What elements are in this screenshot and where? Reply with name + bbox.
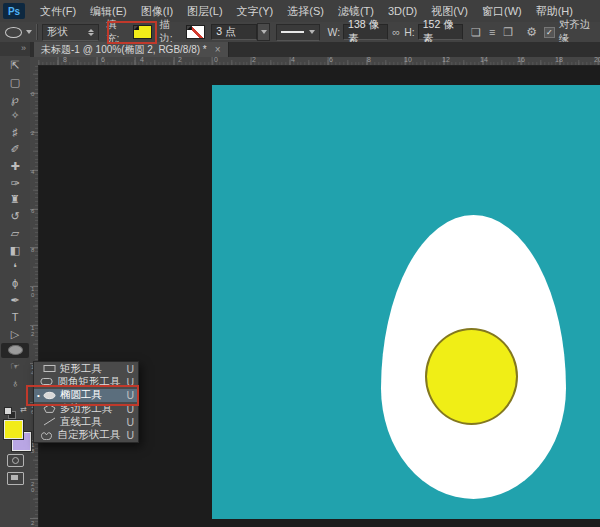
egg-yolk-ellipse-shape	[425, 328, 518, 425]
crop-tool[interactable]: ♯	[0, 124, 30, 141]
shape-tools-flyout-menu: 矩形工具 U 圆角矩形工具 U • 椭圆工具 U 多边形工具 U 直线工具 U	[33, 361, 139, 443]
path-alignment-icon[interactable]: ≡	[489, 26, 495, 38]
menu-item[interactable]: 文件(F)	[33, 0, 83, 22]
pen-tool[interactable]: ✒	[0, 292, 30, 309]
tool-preset-button[interactable]	[5, 27, 32, 38]
stroke-width-field[interactable]: 3 点	[211, 24, 256, 40]
lasso-tool[interactable]: ℘	[0, 91, 30, 108]
ruler-label: 18	[31, 443, 36, 454]
quick-selection-tool[interactable]: ✧	[0, 107, 30, 124]
eraser-tool[interactable]: ▱	[0, 225, 30, 242]
move-tool[interactable]: ⇱	[0, 57, 30, 74]
gear-icon[interactable]: ⚙	[526, 25, 537, 39]
menu-item[interactable]: 图层(L)	[180, 0, 229, 22]
fill-color-swatch[interactable]	[133, 25, 153, 39]
ruler-label: 4	[31, 170, 36, 176]
swatch-controls: ⇄	[2, 405, 28, 417]
ruler-label: 22	[31, 521, 36, 527]
gradient-tool[interactable]: ◧	[0, 242, 30, 259]
menu-item-rounded-rectangle-tool[interactable]: 圆角矩形工具 U	[34, 375, 138, 388]
type-tool[interactable]: T	[0, 309, 30, 326]
foreground-color-swatch[interactable]	[4, 420, 23, 439]
divider	[36, 24, 38, 40]
chevron-down-icon	[26, 30, 32, 34]
stroke-width-dropdown-button[interactable]	[257, 23, 271, 41]
ruler-label: 14	[480, 56, 488, 63]
link-dimensions-icon[interactable]: ∞	[392, 26, 400, 38]
polygon-icon	[43, 404, 56, 413]
eyedropper-tool[interactable]: ✐	[0, 141, 30, 158]
path-operations-icon[interactable]: ❏	[471, 26, 481, 39]
close-icon[interactable]: ×	[215, 44, 221, 55]
ruler-label: 2	[178, 56, 182, 63]
menu-item[interactable]: 窗口(W)	[475, 0, 529, 22]
horizontal-ruler[interactable]: 864202468101214161820	[38, 57, 600, 66]
menu-item[interactable]: 文字(Y)	[230, 0, 281, 22]
toolbar-collapse-button[interactable]: »	[0, 42, 30, 56]
document-tab-strip: 未标题-1 @ 100%(椭圆 2, RGB/8/8) * ×	[30, 42, 600, 57]
ruler-label: 20	[31, 482, 36, 493]
menu-item[interactable]: 选择(S)	[280, 0, 331, 22]
height-field[interactable]: 152 像素	[418, 24, 463, 40]
tool-mode-value: 形状	[47, 25, 68, 39]
chevron-down-icon	[309, 30, 315, 34]
ruler-label: 2	[31, 131, 36, 137]
zoom-tool[interactable]: ♁	[0, 375, 30, 392]
blur-tool[interactable]: ❛	[0, 259, 30, 276]
ruler-label: 8	[63, 56, 67, 63]
path-selection-tool[interactable]: ▷	[0, 326, 30, 343]
ruler-label: 4	[140, 56, 144, 63]
width-label: W:	[327, 26, 340, 38]
document-tab-title: 未标题-1 @ 100%(椭圆 2, RGB/8/8) *	[41, 43, 207, 57]
document-tab[interactable]: 未标题-1 @ 100%(椭圆 2, RGB/8/8) * ×	[34, 42, 229, 57]
swap-colors-icon[interactable]: ⇄	[20, 405, 27, 414]
photoshop-window: Ps 文件(F)编辑(E)图像(I)图层(L)文字(Y)选择(S)滤镜(T)3D…	[0, 0, 600, 527]
tool-bar: » ⇱ ▢ ℘ ✧ ♯ ✐ ✚ ✑ ♜ ↺ ▱ ◧ ❛ ϕ ✒ T ▷ ☞ ♁ …	[0, 42, 31, 527]
ruler-label: 12	[442, 56, 450, 63]
height-label: H:	[404, 26, 415, 38]
document-area: 864202468101214161820 024681012141618202…	[30, 57, 600, 527]
brush-tool[interactable]: ✑	[0, 175, 30, 192]
screen-mode-rect-icon	[11, 475, 18, 480]
align-edges-checkbox[interactable]: ✓	[544, 27, 555, 38]
options-bar: 形状 填充: 描边: 3 点 W: 138 像素 ∞ H: 152 像素 ❏ ≡…	[0, 22, 600, 43]
swatch-corner-icon	[187, 26, 192, 30]
tools-list: ⇱ ▢ ℘ ✧ ♯ ✐ ✚ ✑ ♜ ↺ ▱ ◧ ❛ ϕ ✒ T ▷ ☞ ♁	[0, 57, 30, 392]
menu-item-ellipse-tool[interactable]: • 椭圆工具 U	[34, 389, 138, 402]
ellipse-icon	[8, 345, 23, 355]
history-brush-tool[interactable]: ↺	[0, 208, 30, 225]
quick-mask-circle-icon	[12, 457, 19, 464]
screen-mode-button[interactable]	[7, 472, 24, 485]
path-arrangement-icon[interactable]: ❒	[503, 26, 513, 39]
rectangular-marquee-tool[interactable]: ▢	[0, 74, 30, 91]
ruler-label: 4	[291, 56, 295, 63]
menu-item-line-tool[interactable]: 直线工具 U	[34, 415, 138, 428]
hand-tool[interactable]: ☞	[0, 358, 30, 375]
ruler-label: 6	[329, 56, 333, 63]
stroke-style-select[interactable]	[276, 24, 320, 41]
ellipse-icon	[43, 391, 56, 400]
rectangle-icon	[43, 364, 56, 373]
menu-item-polygon-tool[interactable]: 多边形工具 U	[34, 402, 138, 415]
clone-stamp-tool[interactable]: ♜	[0, 191, 30, 208]
spot-healing-brush-tool[interactable]: ✚	[0, 158, 30, 175]
default-colors-icon[interactable]	[4, 407, 12, 415]
menu-item-rectangle-tool[interactable]: 矩形工具 U	[34, 362, 138, 375]
menu-item-custom-shape-tool[interactable]: 自定形状工具 U	[34, 428, 138, 441]
ellipse-tool-button[interactable]	[1, 343, 29, 359]
ruler-label: 0	[214, 56, 218, 63]
menu-item[interactable]: 3D(D)	[381, 0, 424, 22]
stroke-color-swatch[interactable]	[186, 25, 206, 39]
vertical-ruler[interactable]: 0246810121416182022	[30, 65, 39, 527]
custom-shape-icon	[40, 431, 53, 440]
width-field[interactable]: 138 像素	[343, 24, 388, 40]
tool-mode-select[interactable]: 形状	[42, 24, 99, 41]
ruler-label: 10	[404, 56, 412, 63]
photoshop-logo: Ps	[3, 3, 25, 19]
quick-mask-button[interactable]	[7, 454, 24, 467]
chevron-down-icon	[261, 30, 267, 34]
canvas[interactable]	[212, 85, 600, 519]
ruler-label: 2	[252, 56, 256, 63]
dodge-tool[interactable]: ϕ	[0, 275, 30, 292]
ruler-label: 10	[31, 287, 36, 298]
